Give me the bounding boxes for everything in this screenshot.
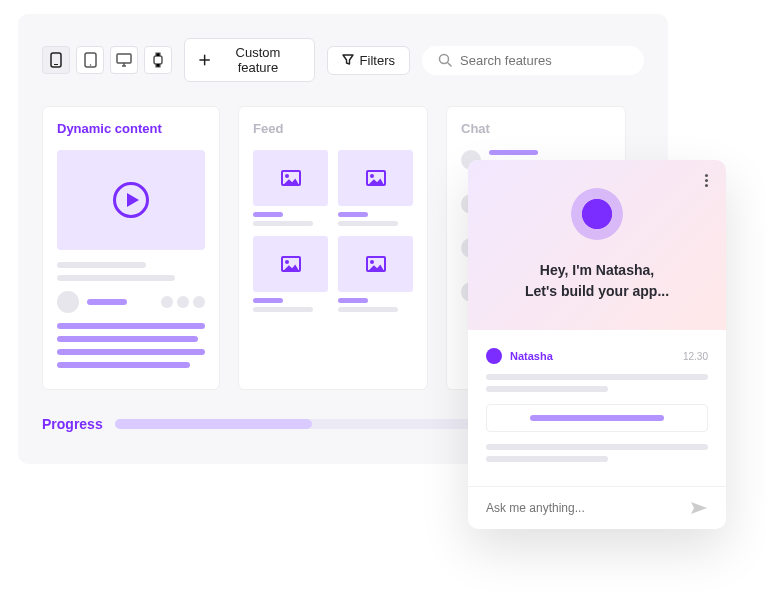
video-thumbnail[interactable] [57,150,205,250]
play-icon [113,182,149,218]
chat-messages: Natasha 12.30 [468,330,726,486]
feed-item[interactable] [253,150,328,226]
feed-item[interactable] [338,236,413,312]
watch-icon [152,52,164,68]
message-skeleton-line [486,444,708,450]
tablet-icon [84,52,97,68]
send-icon [690,501,708,515]
feed-grid [253,150,413,312]
custom-feature-label: Custom feature [216,45,299,75]
svg-point-6 [440,55,449,64]
chbut-input t단 [468,486,726,529]
dynamic-card-title: Dynamic content [57,121,205,136]
body-skeleton [57,323,205,368]
text-skeleton [57,262,205,281]
progress-label: Progress [42,416,103,432]
chat-text-input[interactable] [486,501,690,515]
image-icon [366,170,386,186]
progress-fill [115,419,312,429]
search-input-wrap[interactable] [422,46,644,75]
send-button[interactable] [690,501,708,515]
sender-name: Natasha [510,350,553,362]
filters-label: Filters [360,53,395,68]
author-row [57,291,205,313]
avatar-icon [57,291,79,313]
message-skeleton-line [486,456,608,462]
message-skeleton-line [486,386,608,392]
image-icon [281,170,301,186]
image-icon [281,256,301,272]
filters-button[interactable]: Filters [327,46,410,75]
feed-card[interactable]: Feed [238,106,428,390]
feed-item[interactable] [338,150,413,226]
svg-rect-4 [117,54,131,63]
search-icon [438,53,452,67]
message-time: 12.30 [683,351,708,362]
device-toggle-group [42,46,172,74]
desktop-icon [116,53,132,67]
hero-line-1: Hey, I'm Natasha, [482,260,712,281]
svg-rect-1 [54,64,58,65]
toolbar: Custom feature Filters [42,38,644,82]
reply-option[interactable] [486,404,708,432]
custom-feature-button[interactable]: Custom feature [184,38,315,82]
chat-hero: Hey, I'm Natasha, Let's build your app..… [468,160,726,330]
feed-item[interactable] [253,236,328,312]
message-header: Natasha 12.30 [486,348,708,364]
assistant-orb-icon [571,188,623,240]
image-icon [366,256,386,272]
plus-icon [199,54,210,66]
chat-menu-button[interactable] [698,172,714,188]
svg-point-3 [89,64,91,66]
reply-skeleton-line [530,415,664,421]
dynamic-content-card[interactable]: Dynamic content [42,106,220,390]
action-dots [161,296,205,308]
author-name-skeleton [87,299,127,305]
device-tablet-button[interactable] [76,46,104,74]
hero-greeting: Hey, I'm Natasha, Let's build your app..… [482,260,712,302]
message-skeleton-line [486,374,708,380]
search-input[interactable] [460,53,628,68]
chat-card-title: Chat [461,121,611,136]
hero-line-2: Let's build your app... [482,281,712,302]
device-watch-button[interactable] [144,46,172,74]
device-desktop-button[interactable] [110,46,138,74]
phone-icon [50,52,62,68]
sender-avatar-icon [486,348,502,364]
device-phone-button[interactable] [42,46,70,74]
svg-rect-5 [154,56,162,64]
feed-card-title: Feed [253,121,413,136]
filter-icon [342,54,354,66]
chat-window: Hey, I'm Natasha, Let's build your app..… [468,160,726,529]
